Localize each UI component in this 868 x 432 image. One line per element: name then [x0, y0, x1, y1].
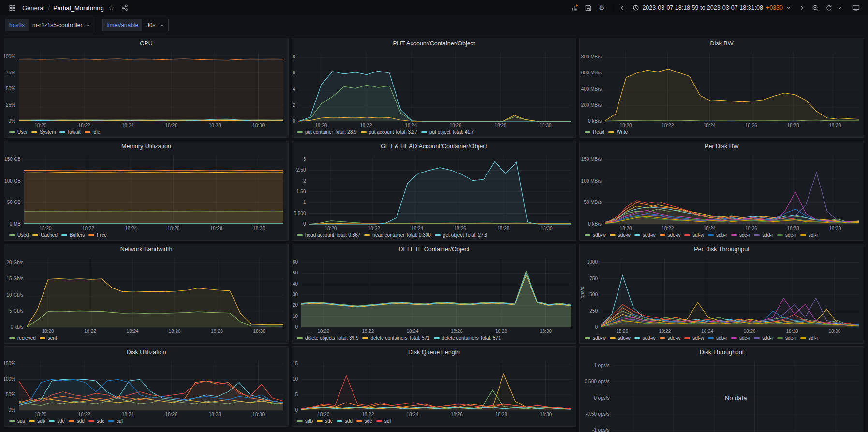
time-series-chart[interactable]: 0 kb/s5 Gb/s10 Gb/s15 Gb/s20 Gb/s18:2018… — [4, 255, 288, 335]
legend-item-delete-objects[interactable]: delete objects Total: 39.9 — [297, 335, 358, 341]
legend-item-cached[interactable]: Cached — [32, 232, 57, 238]
panel-disk-utilization: Disk Utilization0%50%100%150%18:2018:221… — [4, 346, 289, 427]
legend-item-sdc-r[interactable]: sdc-r — [731, 335, 750, 341]
legend-item-sde-w[interactable]: sde-w — [660, 232, 681, 238]
legend-item-sdb-w[interactable]: sdb-w — [585, 232, 606, 238]
legend-item-sdf-r[interactable]: sdf-r — [800, 335, 818, 341]
variable-value-dropdown[interactable]: m-r1z1s5-controller — [29, 19, 95, 31]
legend-item-user[interactable]: User — [9, 130, 28, 135]
legend-label: sdd-r — [762, 232, 773, 238]
legend-item-sdd[interactable]: sdd — [337, 418, 353, 424]
legend-item-sdf[interactable]: sdf — [108, 418, 123, 424]
legend-item-sdb-r[interactable]: sdb-r — [708, 232, 727, 238]
save-dashboard-icon[interactable] — [582, 1, 594, 14]
legend-item-sdf-w[interactable]: sdf-w — [684, 335, 704, 341]
legend-item-sdd-r[interactable]: sdd-r — [754, 232, 773, 238]
panel-title[interactable]: Disk BW — [580, 38, 864, 49]
legend-label: sdb-w — [593, 232, 606, 238]
panel-title[interactable]: Per Disk BW — [580, 141, 864, 152]
legend-item-write[interactable]: Write — [608, 130, 628, 135]
legend-item-sde[interactable]: sde — [88, 418, 104, 424]
legend-item-sdc-w[interactable]: sdc-w — [610, 232, 631, 238]
refresh-control — [823, 1, 844, 14]
legend-item-buffers[interactable]: Buffers — [61, 232, 85, 238]
legend-item-sda[interactable]: sda — [9, 418, 25, 424]
legend-item-get-object[interactable]: get object Total: 27.3 — [435, 232, 487, 238]
time-series-chart[interactable]: 0 kB/s200 MB/s400 MB/s600 MB/s800 MB/s18… — [580, 49, 864, 129]
dashboard-settings-gear-icon[interactable]: ⚙ — [595, 1, 608, 14]
time-shift-back-chevron-icon[interactable] — [616, 1, 629, 14]
panel-title[interactable]: Network Bandwidth — [4, 244, 288, 255]
legend-label: sde-w — [668, 232, 681, 238]
panel-title[interactable]: GET & HEAD Account/Container/Object — [292, 141, 576, 152]
legend-item-sdf-r[interactable]: sdf-r — [800, 232, 818, 238]
time-series-chart[interactable]: 0250500750100018:2018:2218:2418:2618:281… — [580, 255, 864, 335]
time-range-picker[interactable]: 2023-03-07 18:18:59 to 2023-03-07 18:31:… — [630, 1, 794, 14]
svg-text:50%: 50% — [6, 86, 15, 91]
legend-item-head-container[interactable]: head container Total: 0.300 — [364, 232, 430, 238]
legend-item-sdf-w[interactable]: sdf-w — [684, 232, 704, 238]
kiosk-tv-mode-icon[interactable] — [850, 1, 862, 14]
legend-item-sdb[interactable]: sdb — [29, 418, 45, 424]
legend-item-free[interactable]: Free — [88, 232, 107, 238]
time-series-chart[interactable]: 0%50%100%150%18:2018:2218:2418:2618:2818… — [4, 358, 288, 418]
legend-item-sdc-w[interactable]: sdc-w — [610, 335, 631, 341]
legend-item-sde[interactable]: sde — [356, 418, 372, 424]
time-series-chart[interactable]: 00.50011.5022.50318:2018:2218:2418:2618:… — [292, 152, 576, 232]
legend-item-recieved[interactable]: recieved — [9, 335, 36, 341]
refresh-interval-chevron-icon[interactable] — [835, 1, 844, 14]
legend-item-sde-r[interactable]: sde-r — [777, 335, 796, 341]
time-series-chart[interactable]: 0246818:2018:2218:2418:2618:2818:30 — [292, 49, 576, 129]
panel-title[interactable]: Disk Throughput — [580, 347, 864, 358]
legend-item-sdb[interactable]: sdb — [297, 418, 313, 424]
legend-item-sde-r[interactable]: sde-r — [777, 232, 796, 238]
star-icon[interactable]: ☆ — [105, 1, 118, 14]
legend-item-idle[interactable]: idle — [85, 130, 101, 135]
time-series-chart[interactable]: 0 kB/s50 MB/s100 MB/s150 MB/s18:2018:221… — [580, 152, 864, 232]
panel-title[interactable]: CPU — [4, 38, 288, 49]
time-series-chart[interactable]: 0 MB50 GB100 GB150 GB18:2018:2218:2418:2… — [4, 152, 288, 232]
legend-item-sdf[interactable]: sdf — [376, 418, 391, 424]
time-shift-forward-chevron-icon[interactable] — [795, 1, 808, 14]
panel-title[interactable]: Disk Utilization — [4, 347, 288, 358]
panel-title[interactable]: Disk Queue Length — [292, 347, 576, 358]
legend-item-sdb-w[interactable]: sdb-w — [585, 335, 606, 341]
panel-title[interactable]: PUT Account/Container/Object — [292, 38, 576, 49]
legend-item-sdc-r[interactable]: sdc-r — [731, 232, 750, 238]
share-icon[interactable] — [118, 1, 131, 14]
legend-item-iowait[interactable]: Iowait — [59, 130, 80, 135]
legend-item-sde-w[interactable]: sde-w — [660, 335, 681, 341]
time-series-chart[interactable]: 010203040506018:2018:2218:2418:2618:2818… — [292, 255, 576, 335]
legend-item-put-account[interactable]: put account Total: 3.27 — [361, 130, 417, 135]
legend-item-sdd-w[interactable]: sdd-w — [634, 335, 656, 341]
legend-item-read[interactable]: Read — [585, 130, 604, 135]
legend-item-used[interactable]: Used — [9, 232, 29, 238]
legend-label: sdd — [345, 418, 353, 424]
panel-title[interactable]: DELETE Container/Object — [292, 244, 576, 255]
panel-title[interactable]: Per Disk Throughput — [580, 244, 864, 255]
apps-grid-icon[interactable] — [6, 1, 18, 14]
legend-item-head-account[interactable]: head account Total: 0.867 — [297, 232, 360, 238]
time-series-chart[interactable]: 05101518:2018:2218:2418:2618:2818:30 — [292, 358, 576, 418]
legend-item-put-container[interactable]: put container Total: 28.9 — [297, 130, 357, 135]
refresh-icon[interactable] — [823, 1, 835, 14]
variable-value-dropdown[interactable]: 30s — [142, 19, 168, 31]
legend-item-sdc[interactable]: sdc — [49, 418, 65, 424]
legend-item-sdd[interactable]: sdd — [69, 418, 85, 424]
legend-item-system[interactable]: System — [31, 130, 56, 135]
legend-item-sdb-r[interactable]: sdb-r — [708, 335, 727, 341]
breadcrumb-folder[interactable]: General — [22, 4, 44, 12]
legend-item-put-object[interactable]: put object Total: 41.7 — [421, 130, 474, 135]
legend-item-delete-containers[interactable]: delete containers Total: 571 — [434, 335, 501, 341]
add-panel-icon[interactable] — [568, 1, 581, 14]
legend-item-delete-containers[interactable]: delete containers Total: 571 — [362, 335, 429, 341]
legend-item-sdd-r[interactable]: sdd-r — [754, 335, 773, 341]
time-series-chart[interactable]: -1 ops/s-0.50 ops/s0 ops/s0.500 ops/s1 o… — [580, 358, 864, 432]
legend-item-sent[interactable]: sent — [40, 335, 57, 341]
legend-item-sdd-w[interactable]: sdd-w — [634, 232, 656, 238]
breadcrumb-dashboard-title[interactable]: Partial_Monitoring — [53, 4, 104, 12]
legend-item-sdc[interactable]: sdc — [317, 418, 333, 424]
time-series-chart[interactable]: 0%25%50%75%100%18:2018:2218:2418:2618:28… — [4, 49, 288, 129]
panel-title[interactable]: Memory Utilization — [4, 141, 288, 152]
zoom-out-time-icon[interactable] — [809, 1, 822, 14]
